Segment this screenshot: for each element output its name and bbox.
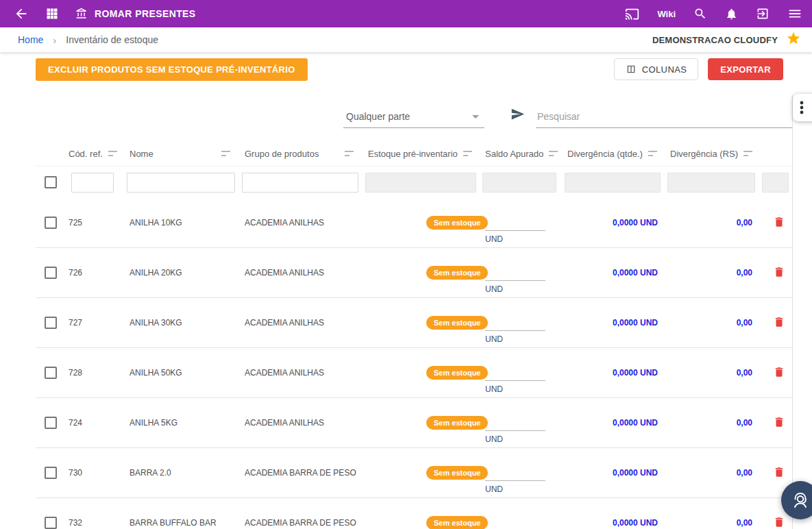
filter-row	[36, 167, 793, 198]
counted-balance-input[interactable]	[485, 266, 545, 281]
app-bar: ROMAR PRESENTES Wiki	[0, 0, 812, 27]
select-all-checkbox[interactable]	[45, 176, 57, 188]
sort-icon[interactable]	[743, 149, 753, 159]
stock-status-badge: Sem estoque	[426, 466, 488, 480]
table-body: 725 ANILHA 10KG ACADEMIA ANILHAS Sem est…	[36, 198, 793, 529]
delete-row-icon[interactable]	[773, 216, 785, 230]
row-code: 724	[66, 418, 127, 428]
more-options-icon	[799, 100, 804, 115]
row-name: BARRA 2.0	[127, 468, 242, 478]
row-checkbox[interactable]	[45, 217, 57, 229]
divergence-rs-value: 0,00	[667, 318, 762, 328]
unit-label: UND	[485, 334, 565, 344]
row-checkbox[interactable]	[45, 467, 57, 479]
row-group: ACADEMIA ANILHAS	[242, 418, 365, 428]
search-submit-icon[interactable]	[510, 107, 525, 124]
row-checkbox[interactable]	[45, 417, 57, 429]
row-checkbox[interactable]	[45, 517, 57, 529]
col-header-name: Nome	[130, 149, 153, 159]
col-header-divergence-qty: Divergência (qtde.)	[567, 149, 643, 159]
row-group: ACADEMIA BARRA DE PESO	[242, 468, 365, 478]
sort-icon[interactable]	[463, 149, 473, 159]
search-mode-select[interactable]: Qualquer parte	[343, 108, 484, 128]
export-button[interactable]: EXPORTAR	[708, 58, 783, 80]
divergence-rs-value: 0,00	[667, 218, 762, 227]
chevron-down-icon	[472, 115, 479, 119]
delete-row-icon[interactable]	[773, 316, 785, 330]
row-name: ANILHA 10KG	[127, 218, 242, 227]
col-header-counted-balance: Saldo Apurado	[485, 149, 543, 159]
filter-divergence-rs-input-disabled	[667, 173, 755, 193]
divergence-qty-value: 0,0000 UND	[565, 218, 667, 227]
sort-icon[interactable]	[108, 149, 118, 159]
filter-name-input[interactable]	[127, 173, 235, 193]
delete-row-icon[interactable]	[773, 416, 785, 430]
breadcrumb-bar: Home › Inventário de estoque DEMONSTRACA…	[0, 27, 812, 52]
row-checkbox[interactable]	[45, 367, 57, 379]
apps-grid-icon[interactable]	[45, 7, 59, 21]
company-bank-icon[interactable]	[75, 8, 88, 20]
table-right-edge	[792, 95, 793, 529]
table-row: 724 ANILHA 5KG ACADEMIA ANILHAS Sem esto…	[36, 398, 793, 448]
favorite-star-icon[interactable]	[786, 31, 801, 49]
row-name: ANILHA 30KG	[127, 318, 242, 328]
columns-icon	[626, 64, 637, 75]
breadcrumb-home-link[interactable]: Home	[18, 34, 43, 45]
counted-balance-input[interactable]	[485, 516, 545, 529]
table-row: 728 ANILHA 50KG ACADEMIA ANILHAS Sem est…	[36, 348, 793, 398]
sort-icon[interactable]	[221, 149, 231, 159]
delete-row-icon[interactable]	[773, 266, 785, 280]
sort-icon[interactable]	[345, 149, 354, 159]
filter-group-input[interactable]	[242, 173, 358, 193]
row-checkbox[interactable]	[45, 267, 57, 279]
row-code: 728	[66, 368, 127, 378]
counted-balance-input[interactable]	[485, 416, 545, 431]
sort-icon[interactable]	[549, 149, 558, 159]
unit-label: UND	[485, 484, 565, 494]
columns-button[interactable]: COLUNAS	[614, 58, 699, 80]
row-code: 730	[66, 468, 127, 478]
counted-balance-input[interactable]	[485, 216, 545, 231]
row-checkbox[interactable]	[45, 317, 57, 329]
row-code: 727	[66, 318, 127, 328]
row-code: 732	[66, 518, 127, 528]
logout-exit-icon[interactable]	[756, 7, 770, 21]
divergence-qty-value: 0,0000 UND	[565, 368, 667, 378]
stock-status-badge: Sem estoque	[426, 216, 488, 230]
exclude-products-button[interactable]: EXCLUIR PRODUTOS SEM ESTOQUE PRÉ-INVENTÁ…	[36, 58, 308, 81]
row-group: ACADEMIA ANILHAS	[242, 318, 365, 328]
stock-status-badge: Sem estoque	[426, 316, 488, 330]
delete-row-icon[interactable]	[773, 366, 785, 380]
counted-balance-input[interactable]	[485, 466, 545, 481]
delete-row-icon[interactable]	[773, 516, 785, 529]
filter-balance-input-disabled	[482, 173, 556, 193]
row-name: ANILHA 5KG	[127, 418, 242, 428]
unit-label: UND	[485, 234, 565, 244]
filter-stock-input-disabled	[365, 173, 476, 193]
divergence-rs-value: 0,00	[667, 418, 762, 428]
filter-code-input[interactable]	[71, 173, 114, 193]
row-name: ANILHA 50KG	[127, 368, 242, 378]
wiki-link[interactable]: Wiki	[657, 9, 676, 19]
notifications-bell-icon[interactable]	[725, 8, 738, 21]
cast-icon[interactable]	[625, 7, 639, 21]
hamburger-menu-icon[interactable]	[787, 6, 802, 21]
counted-balance-input[interactable]	[485, 316, 545, 331]
inventory-table: Cód. ref. Nome Grupo de produtos Estoque…	[36, 142, 793, 529]
company-name: DEMONSTRACAO CLOUDFY	[652, 35, 778, 45]
sort-icon[interactable]	[648, 149, 658, 159]
delete-row-icon[interactable]	[773, 466, 785, 480]
table-header-row: Cód. ref. Nome Grupo de produtos Estoque…	[36, 142, 793, 167]
back-arrow-icon[interactable]	[14, 6, 29, 21]
search-input[interactable]	[536, 108, 793, 128]
divergence-rs-value: 0,00	[667, 268, 762, 278]
divergence-qty-value: 0,0000 UND	[565, 318, 667, 328]
row-group: ACADEMIA ANILHAS	[242, 368, 365, 378]
col-header-group: Grupo de produtos	[245, 149, 319, 159]
search-icon[interactable]	[693, 7, 707, 21]
row-group: ACADEMIA BARRA DE PESO	[242, 518, 365, 528]
support-agent-icon	[790, 490, 811, 510]
side-panel-toggle[interactable]	[793, 94, 812, 121]
col-header-code: Cód. ref.	[69, 149, 103, 159]
counted-balance-input[interactable]	[485, 366, 545, 381]
